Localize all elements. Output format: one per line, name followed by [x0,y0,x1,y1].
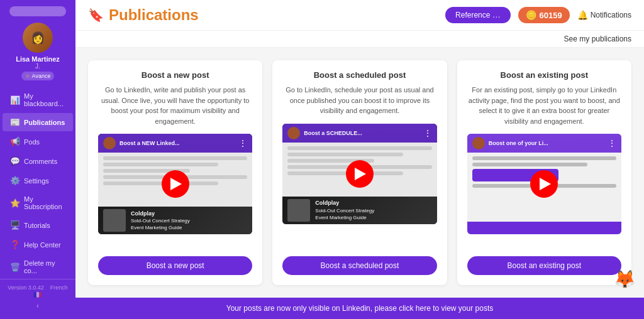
sub-header: See my publications [75,31,644,48]
card-title-existing-post: Boost an existing post [501,70,588,80]
avatar-section: 👩 Lisa Martinez J. ☆ Avance [16,23,60,80]
subscription-icon: ⭐ [10,198,20,208]
video-avatar-icon [103,137,116,149]
notifications-button[interactable]: 🔔 Notifications [577,10,631,20]
sidebar-search[interactable] [9,6,66,16]
bell-icon: 🔔 [577,10,588,20]
header-right: Reference ... 🪙 60159 🔔 Notifications [445,7,631,23]
chevron-left-icon[interactable]: ‹ [36,301,39,310]
video-thumb-existing-post[interactable]: Boost one of your Li... ⋮ [467,134,621,234]
video-dots-icon-3: ⋮ [608,138,616,148]
mascot-icon: 🦊 [614,269,636,289]
user-name: Lisa Martinez [16,55,60,63]
bottom-banner[interactable]: Your posts are now only visible on Linke… [75,298,644,319]
sidebar: 👩 Lisa Martinez J. ☆ Avance 📊 My blackbo… [0,0,75,319]
card-title-scheduled-post: Boost a scheduled post [314,70,406,80]
publications-icon: 📰 [10,117,20,127]
play-triangle-icon-2 [355,168,366,180]
sidebar-item-delete[interactable]: 🗑️ Delete my co... [3,255,73,279]
tutorials-icon: 🖥️ [10,220,20,230]
video-dots-icon-2: ⋮ [423,128,432,138]
banner-text-2: Coldplay Sold-Out Concert Strategy Event… [315,199,374,221]
page-title: 🔖 Publications [88,6,199,24]
play-button-scheduled-post[interactable] [346,160,374,188]
sidebar-item-help[interactable]: ❓ Help Center [3,235,73,254]
main-content: 🔖 Publications Reference ... 🪙 60159 🔔 N… [75,0,644,319]
page-header: 🔖 Publications Reference ... 🪙 60159 🔔 N… [75,0,644,31]
coin-badge: 🪙 60159 [518,7,569,23]
sidebar-collapse[interactable]: ‹ [0,301,75,310]
card-new-post: Boost a new post Go to LinkedIn, write a… [88,60,262,285]
banner-text: Coldplay Sold-Out Concert Strategy Event… [131,210,190,232]
settings-icon: ⚙️ [10,176,20,185]
reference-button[interactable]: Reference ... [445,7,511,23]
play-triangle-icon-3 [540,178,551,190]
sidebar-bottom: Version 3.0.42 French 🇫🇷 ‹ [0,279,75,313]
boost-existing-post-button[interactable]: Boost an existing post [467,256,621,275]
mascot: 🦊 [614,269,639,294]
comments-icon: 💬 [10,156,20,166]
sidebar-item-tutorials[interactable]: 🖥️ Tutorials [3,216,73,234]
flag-icon: 🇫🇷 [33,291,42,298]
banner-image-2 [287,199,310,222]
card-desc-new-post: Go to LinkedIn, write and publish your p… [98,85,252,126]
video-thumb-new-post[interactable]: Boost a NEW Linked... ⋮ [98,134,252,234]
banner-image [103,209,126,232]
play-triangle-icon [170,178,182,190]
user-badge: ☆ Avance [21,72,55,80]
play-button-existing-post[interactable] [530,170,558,198]
user-initial: J. [35,63,40,70]
help-icon: ❓ [10,240,20,249]
sidebar-nav: 📊 My blackboard... 📰 Publications 📢 Pods… [0,88,75,279]
card-title-new-post: Boost a new post [142,70,209,80]
sidebar-item-publications[interactable]: 📰 Publications [3,113,73,131]
coin-icon: 🪙 [526,10,536,20]
blackboard-icon: 📊 [10,95,20,105]
sidebar-item-settings[interactable]: ⚙️ Settings [3,171,73,190]
video-avatar-icon-3 [472,137,485,149]
card-scheduled-post: Boost a scheduled post Go to LinkedIn, s… [272,60,447,285]
version-text: Version 3.0.42 French 🇫🇷 [0,284,75,299]
video-thumb-scheduled-post[interactable]: Boost a SCHEDULE... ⋮ [282,124,436,224]
video-dots-icon: ⋮ [238,138,247,148]
card-desc-existing-post: For an existing post, simply go to your … [467,85,621,126]
video-avatar-icon-2 [287,127,300,139]
sidebar-item-comments[interactable]: 💬 Comments [3,152,73,170]
cards-area: Boost a new post Go to LinkedIn, write a… [75,48,644,298]
card-desc-scheduled-post: Go to LinkedIn, schedule your post as us… [282,85,436,116]
sidebar-item-pods[interactable]: 📢 Pods [3,132,73,151]
play-button-new-post[interactable] [162,170,189,198]
sidebar-item-blackboard[interactable]: 📊 My blackboard... [3,88,73,112]
boost-scheduled-post-button[interactable]: Boost a scheduled post [282,256,436,275]
avatar: 👩 [23,23,53,53]
boost-new-post-button[interactable]: Boost a new post [98,256,252,275]
sidebar-item-subscription[interactable]: ⭐ My Subscription [3,191,73,215]
star-icon: ☆ [25,73,30,79]
card-existing-post: Boost an existing post For an existing p… [457,60,631,285]
pods-icon: 📢 [10,137,20,146]
bookmark-icon: 🔖 [88,8,104,23]
see-my-publications-button[interactable]: See my publications [564,35,631,43]
delete-icon: 🗑️ [10,262,20,272]
